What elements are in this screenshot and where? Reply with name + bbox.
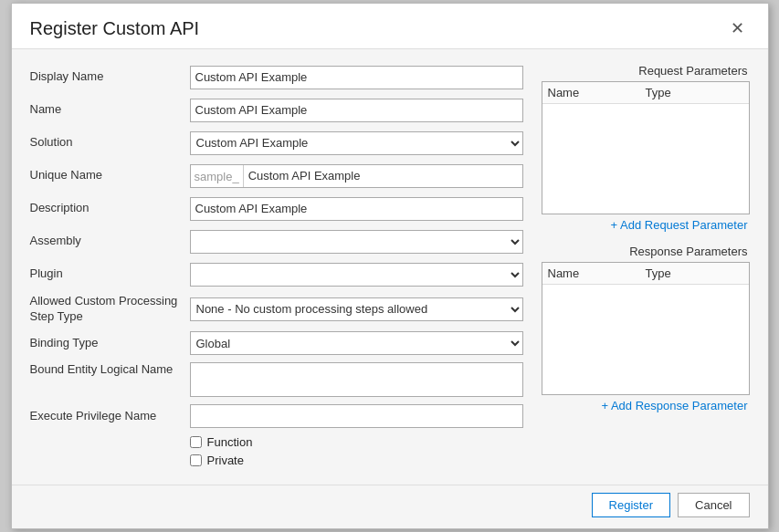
solution-row: Solution Custom API Example [30, 130, 523, 157]
unique-name-input[interactable] [244, 165, 522, 187]
plugin-row: Plugin [30, 261, 523, 288]
assembly-row: Assembly [30, 228, 523, 256]
private-label[interactable]: Private [207, 454, 244, 467]
request-params-section: Request Parameters Name Type + Add Reque… [542, 64, 750, 235]
display-name-label: Display Name [30, 69, 190, 85]
close-button[interactable]: ✕ [725, 18, 750, 38]
description-input[interactable] [190, 197, 523, 221]
display-name-row: Display Name [30, 64, 523, 91]
function-checkbox[interactable] [190, 436, 202, 448]
plugin-label: Plugin [30, 266, 190, 282]
unique-name-wrapper: sample_ [190, 164, 523, 188]
description-row: Description [30, 195, 523, 223]
solution-select[interactable]: Custom API Example [190, 131, 523, 155]
allowed-custom-select[interactable]: None - No custom processing steps allowe… [190, 297, 523, 321]
binding-type-label: Binding Type [30, 336, 190, 351]
request-params-header: Name Type [542, 82, 749, 104]
allowed-custom-label: Allowed Custom Processing Step Type [30, 294, 190, 325]
unique-name-label: Unique Name [30, 168, 190, 183]
name-row: Name [30, 97, 523, 124]
response-col-type: Type [646, 266, 743, 280]
response-params-title: Response Parameters [542, 245, 750, 258]
response-params-header: Name Type [542, 263, 749, 285]
response-params-section: Response Parameters Name Type + Add Resp… [542, 245, 750, 416]
execute-privilege-label: Execute Privilege Name [30, 409, 190, 424]
assembly-label: Assembly [30, 234, 190, 249]
dialog-title: Register Custom API [30, 18, 200, 39]
execute-privilege-row: Execute Privilege Name [30, 402, 523, 430]
function-row: Function [190, 435, 523, 449]
name-label: Name [30, 102, 190, 118]
dialog: Register Custom API ✕ Display Name Name … [11, 3, 769, 530]
request-params-title: Request Parameters [542, 64, 750, 78]
request-params-table: Name Type [542, 81, 750, 214]
bound-entity-row: Bound Entity Logical Name [30, 362, 523, 397]
name-input[interactable] [190, 99, 523, 122]
private-checkbox[interactable] [190, 454, 202, 466]
unique-name-prefix: sample_ [191, 165, 244, 187]
response-col-name: Name [548, 266, 646, 280]
allowed-custom-row: Allowed Custom Processing Step Type None… [30, 294, 523, 325]
dialog-body: Display Name Name Solution Custom API Ex… [12, 49, 768, 482]
response-params-body [542, 285, 749, 394]
dialog-footer: Register Cancel [12, 485, 768, 528]
bound-entity-label: Bound Entity Logical Name [30, 362, 190, 378]
private-row: Private [190, 454, 523, 467]
right-panel: Request Parameters Name Type + Add Reque… [542, 64, 750, 473]
plugin-select[interactable] [190, 263, 523, 287]
left-panel: Display Name Name Solution Custom API Ex… [30, 64, 523, 473]
bound-entity-input[interactable] [190, 362, 523, 397]
solution-label: Solution [30, 135, 190, 151]
dialog-titlebar: Register Custom API ✕ [12, 4, 768, 49]
description-label: Description [30, 201, 190, 216]
unique-name-row: Unique Name sample_ [30, 162, 523, 190]
add-response-param-button[interactable]: + Add Response Parameter [542, 395, 750, 416]
cancel-button[interactable]: Cancel [678, 493, 749, 517]
binding-type-row: Binding Type Global [30, 329, 523, 357]
assembly-select[interactable] [190, 230, 523, 254]
request-params-body [542, 104, 749, 214]
request-col-type: Type [646, 86, 743, 99]
response-params-table: Name Type [542, 262, 750, 395]
display-name-input[interactable] [190, 66, 523, 89]
function-label[interactable]: Function [207, 435, 253, 449]
execute-privilege-input[interactable] [190, 404, 523, 428]
binding-type-select[interactable]: Global [190, 331, 523, 355]
request-col-name: Name [548, 86, 646, 99]
register-button[interactable]: Register [592, 493, 670, 517]
add-request-param-button[interactable]: + Add Request Parameter [542, 214, 750, 235]
